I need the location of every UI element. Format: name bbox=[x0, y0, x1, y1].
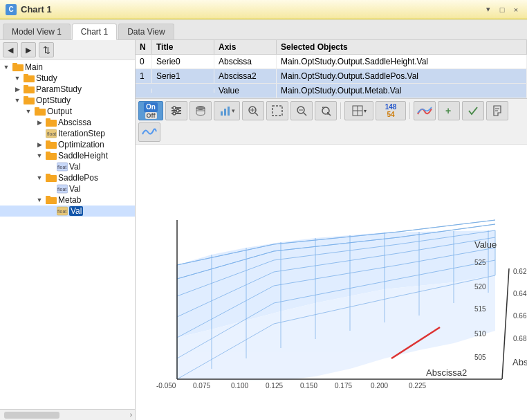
svg-rect-8 bbox=[35, 109, 46, 116]
tree-item-iterationstep[interactable]: float IterationStep bbox=[0, 128, 135, 139]
expand-paramstudy[interactable]: ▶ bbox=[12, 84, 22, 94]
svg-rect-16 bbox=[46, 153, 57, 160]
tab-model-view[interactable]: Model View 1 bbox=[3, 24, 71, 39]
tree-item-paramstudy[interactable]: ▶ ParamStudy bbox=[0, 84, 135, 95]
toggle-on-off-button[interactable]: On Off bbox=[138, 101, 163, 120]
cell-serie1-axis2: Value bbox=[214, 84, 277, 98]
svg-rect-43 bbox=[272, 106, 282, 116]
select-button[interactable] bbox=[266, 101, 288, 120]
add-series-button[interactable]: + bbox=[438, 101, 460, 120]
svg-text:0.150: 0.150 bbox=[300, 382, 317, 390]
grid-button[interactable]: ▾ bbox=[344, 101, 373, 120]
col-header-n: N bbox=[136, 40, 152, 54]
svg-rect-15 bbox=[46, 140, 50, 143]
svg-point-31 bbox=[173, 107, 176, 109]
svg-rect-3 bbox=[24, 74, 28, 76]
expand-saddleheight[interactable]: ▼ bbox=[35, 151, 44, 161]
expand-optstudy[interactable]: ▼ bbox=[12, 95, 22, 105]
title-bar-left: C Chart 1 bbox=[6, 4, 52, 15]
cell-serie0-n: 0 bbox=[136, 55, 152, 69]
tree-item-optimization[interactable]: ▶ Optimization bbox=[0, 139, 135, 150]
title-bar: C Chart 1 ▾ □ × bbox=[0, 0, 527, 19]
tab-data-view[interactable]: Data View bbox=[118, 24, 174, 39]
tab-bar: Model View 1 Chart 1 Data View bbox=[0, 19, 527, 40]
x-axis-label: Abscissa2 bbox=[426, 367, 467, 378]
tree-label-sh-val: Val bbox=[69, 162, 80, 172]
expand-metab[interactable]: ▼ bbox=[35, 195, 44, 205]
svg-text:float: float bbox=[57, 209, 66, 214]
close-button[interactable]: × bbox=[510, 4, 521, 15]
svg-point-33 bbox=[173, 112, 176, 115]
expand-optimization[interactable]: ▶ bbox=[35, 140, 44, 149]
tree-item-m-val[interactable]: float Val bbox=[0, 206, 135, 217]
tree-label-study: Study bbox=[36, 73, 57, 83]
settings2-button[interactable] bbox=[486, 101, 508, 120]
tree-item-sp-val[interactable]: float Val bbox=[0, 183, 135, 194]
cell-serie0-axis: Abscissa bbox=[214, 55, 277, 69]
svg-text:0.125: 0.125 bbox=[266, 382, 283, 390]
check-series-button[interactable] bbox=[462, 101, 484, 120]
float-button[interactable]: □ bbox=[497, 4, 508, 15]
curve1-button[interactable] bbox=[414, 101, 436, 120]
svg-text:0.64: 0.64 bbox=[513, 290, 527, 298]
pin-button[interactable]: ▾ bbox=[483, 4, 494, 15]
tree-toolbar: ◀ ▶ ⇅ bbox=[0, 40, 135, 60]
expand-output[interactable]: ▼ bbox=[24, 107, 33, 116]
scrollbar-thumb[interactable] bbox=[4, 412, 59, 419]
grid-dropdown[interactable]: ▾ bbox=[364, 108, 367, 114]
tree-item-optstudy[interactable]: ▼ OptStudy bbox=[0, 95, 135, 106]
tree-horizontal-scrollbar[interactable]: › bbox=[0, 409, 135, 420]
svg-text:0.200: 0.200 bbox=[371, 382, 388, 390]
series-badge-button[interactable]: 148 54 bbox=[376, 101, 406, 120]
table-subrow-serie1-value[interactable]: Value Main.OptStudy.Output.Metab.Val bbox=[136, 84, 527, 98]
svg-text:0.62: 0.62 bbox=[513, 268, 527, 275]
table-row-serie1[interactable]: 1 Serie1 Abscissa2 Main.OptStudy.Output.… bbox=[136, 69, 527, 84]
zoom2-button[interactable] bbox=[290, 101, 313, 120]
settings2-icon bbox=[491, 104, 503, 117]
tree-back-button[interactable]: ◀ bbox=[3, 42, 18, 57]
float-orange-selected-icon: float bbox=[57, 206, 68, 216]
float-blue-icon: float bbox=[57, 162, 68, 172]
tree-item-metab[interactable]: ▼ Metab bbox=[0, 194, 135, 206]
chart-type-button[interactable]: ▾ bbox=[214, 101, 240, 120]
window-controls: ▾ □ × bbox=[483, 4, 521, 15]
svg-rect-7 bbox=[24, 96, 28, 98]
svg-rect-14 bbox=[46, 142, 57, 149]
expand-saddlepos[interactable]: ▼ bbox=[35, 173, 44, 183]
z-axis-line bbox=[502, 268, 509, 379]
tree-label-saddleheight: SaddleHeight bbox=[58, 151, 108, 161]
cell-serie1-obj1: Main.OptStudy.Output.SaddlePos.Val bbox=[277, 69, 527, 83]
tree-item-main[interactable]: ▼ Main bbox=[0, 62, 135, 73]
curve1-icon bbox=[416, 104, 433, 117]
fit-button[interactable] bbox=[315, 101, 337, 120]
toggle-on-label: On bbox=[144, 102, 158, 112]
svg-point-32 bbox=[176, 109, 179, 112]
settings-button[interactable] bbox=[165, 101, 187, 120]
chart-type-icon bbox=[219, 104, 232, 117]
tree-item-study[interactable]: ▼ Study bbox=[0, 73, 135, 84]
zoom-icon bbox=[247, 104, 259, 117]
expand-abscissa[interactable]: ▶ bbox=[35, 118, 44, 127]
table-row-serie0[interactable]: 0 Serie0 Abscissa Main.OptStudy.Output.S… bbox=[136, 55, 527, 69]
tree-forward-button[interactable]: ▶ bbox=[21, 42, 36, 57]
tree-item-output[interactable]: ▼ Output bbox=[0, 106, 135, 117]
zoom-button[interactable] bbox=[242, 101, 264, 120]
expand-main[interactable]: ▼ bbox=[1, 62, 11, 72]
tree-item-abscissa[interactable]: ▶ Abscissa bbox=[0, 117, 135, 128]
database-button[interactable] bbox=[189, 101, 212, 120]
tree-sort-button[interactable]: ⇅ bbox=[39, 42, 54, 57]
tree-item-saddlepos[interactable]: ▼ SaddlePos bbox=[0, 172, 135, 183]
wave2-button[interactable] bbox=[138, 122, 160, 142]
tree-item-sh-val[interactable]: float Val bbox=[0, 161, 135, 172]
svg-text:float: float bbox=[57, 187, 66, 192]
expand-study[interactable]: ▼ bbox=[12, 73, 22, 83]
cell-serie0-title: Serie0 bbox=[152, 55, 214, 69]
scroll-right-arrow[interactable]: › bbox=[130, 411, 132, 419]
window-title: Chart 1 bbox=[21, 4, 52, 15]
select-icon bbox=[271, 104, 284, 117]
tree-item-saddleheight[interactable]: ▼ SaddleHeight bbox=[0, 150, 135, 161]
tree-label-paramstudy: ParamStudy bbox=[36, 84, 82, 94]
chart-svg: Abscissa2 Abscissa Value -0.050 0.075 0.… bbox=[136, 145, 527, 420]
tab-chart1[interactable]: Chart 1 bbox=[72, 24, 117, 40]
cell-serie0-obj: Main.OptStudy.Output.SaddleHeight.Val bbox=[277, 55, 527, 69]
